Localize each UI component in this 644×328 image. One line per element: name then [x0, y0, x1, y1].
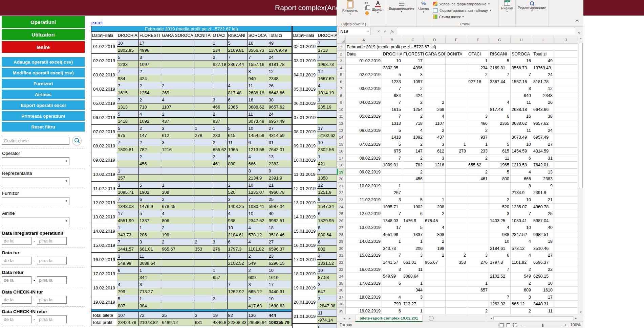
row-header-30[interactable]: 30	[337, 245, 346, 252]
sidebar-item-operatiuni[interactable]: Operatiuni	[2, 16, 85, 28]
excel-cell[interactable]	[446, 204, 467, 211]
column-header-F[interactable]: F	[467, 36, 489, 44]
excel-cell[interactable]: 7	[382, 210, 402, 217]
excel-cell[interactable]	[554, 231, 578, 238]
horizontal-scrollbar[interactable]: ◄ ►	[489, 316, 578, 321]
row-header-23[interactable]: 23	[337, 196, 346, 204]
excel-cell[interactable]: 461	[467, 175, 489, 183]
excel-cell[interactable]	[346, 92, 382, 99]
date-to-input-data-tur[interactable]	[37, 257, 67, 264]
excel-cell[interactable]: 2134.9	[511, 189, 532, 196]
excel-cell[interactable]	[446, 162, 467, 169]
excel-cell[interactable]	[446, 155, 467, 162]
row-header-20[interactable]: 20	[337, 175, 346, 183]
excel-cell[interactable]: 11	[511, 99, 532, 106]
column-header-A[interactable]: A	[346, 36, 382, 44]
excel-cell[interactable]: 466	[467, 120, 489, 127]
excel-cell[interactable]: SOROCA	[511, 51, 532, 58]
excel-cell[interactable]: 2169.81	[489, 65, 511, 72]
excel-cell[interactable]	[554, 148, 578, 155]
excel-cell[interactable]: 800	[489, 175, 511, 183]
excel-cell[interactable]	[554, 238, 578, 245]
excel-cell[interactable]	[467, 106, 489, 113]
excel-cell[interactable]: 13.02.2019	[346, 224, 382, 231]
excel-cell[interactable]: 3088.64	[402, 273, 424, 280]
excel-cell[interactable]: 2	[402, 169, 424, 176]
excel-cell[interactable]	[446, 134, 467, 141]
excel-cell[interactable]: 2	[467, 308, 489, 315]
excel-cell[interactable]: 198	[424, 245, 446, 252]
cell-styles-button[interactable]: Стили ячеек ▾	[431, 14, 498, 20]
excel-cell[interactable]	[554, 155, 578, 162]
excel-cell[interactable]: 817.48	[489, 106, 511, 113]
excel-cell[interactable]: 2688.18	[511, 106, 532, 113]
sidebar-button-printeaza-operatiuni[interactable]: Printeaza operatiuni	[2, 111, 85, 121]
excel-cell[interactable]: 3	[402, 294, 424, 301]
excel-cell[interactable]: 1403.25	[489, 217, 511, 225]
excel-cell[interactable]: 678.45	[424, 217, 446, 225]
excel-cell[interactable]	[446, 99, 467, 106]
excel-cell[interactable]: 23	[532, 266, 554, 273]
excel-cell[interactable]	[554, 259, 578, 266]
row-header-25[interactable]: 25	[337, 210, 346, 217]
row-header-34[interactable]: 34	[337, 273, 346, 280]
vertical-scrollbar[interactable]: ▲ ▼	[578, 36, 583, 315]
excel-cell[interactable]: 940	[511, 92, 532, 99]
row-header-5[interactable]: 5	[337, 71, 346, 78]
excel-cell[interactable]: 3510.46	[532, 245, 554, 252]
excel-cell[interactable]: 278	[446, 148, 467, 155]
excel-cell[interactable]: 4	[382, 294, 402, 301]
excel-cell[interactable]: 808	[424, 231, 446, 238]
excel-cell[interactable]	[424, 85, 446, 92]
excel-cell[interactable]: 3	[511, 85, 532, 92]
excel-cell[interactable]	[489, 127, 511, 134]
excel-cell[interactable]	[467, 245, 489, 252]
excel-cell[interactable]: 2	[467, 127, 489, 134]
excel-cell[interactable]: 1797.3	[489, 259, 511, 266]
row-header-8[interactable]: 8	[337, 92, 346, 99]
column-header-E[interactable]: E	[446, 36, 467, 44]
excel-cell[interactable]	[424, 183, 446, 190]
excel-cell[interactable]: 1454.59	[511, 148, 532, 155]
cancel-icon[interactable]: ×	[375, 29, 382, 34]
excel-cell[interactable]	[446, 287, 467, 294]
excel-cell[interactable]: 2383	[532, 175, 554, 183]
excel-cell[interactable]	[446, 175, 467, 183]
date-from-input-data-inregistrarii-operatiunii[interactable]	[2, 237, 31, 245]
sidebar-button-airlines[interactable]: Airlines	[2, 90, 85, 99]
excel-cell[interactable]: 3	[382, 196, 402, 204]
excel-cell[interactable]: 5	[402, 224, 424, 231]
excel-cell[interactable]	[446, 120, 467, 127]
sidebar-item-utilizatori[interactable]: Utilizatori	[2, 29, 85, 40]
excel-cell[interactable]	[489, 134, 511, 141]
dialog-launcher-icon[interactable]	[365, 23, 368, 26]
excel-cell[interactable]: 665.12	[511, 301, 532, 308]
excel-cell[interactable]: 1262.92	[489, 301, 511, 308]
excel-cell[interactable]: 1	[467, 280, 489, 287]
excel-cell[interactable]: 4	[511, 169, 532, 176]
excel-cell[interactable]: 233	[467, 148, 489, 155]
excel-cell[interactable]: 3	[467, 113, 489, 120]
excel-cell[interactable]	[424, 57, 446, 65]
excel-cell[interactable]: 12.02.2019	[346, 210, 382, 217]
excel-cell[interactable]: 6	[382, 308, 402, 315]
excel-cell[interactable]: 24	[532, 71, 554, 78]
search-button[interactable]	[72, 136, 82, 145]
row-header-12[interactable]: 12	[337, 120, 346, 127]
excel-cell[interactable]: 1615	[382, 106, 402, 113]
excel-cell[interactable]	[446, 169, 467, 176]
row-header-28[interactable]: 28	[337, 231, 346, 238]
column-header-B[interactable]: B	[382, 36, 402, 44]
excel-cell[interactable]: 10	[489, 238, 511, 245]
excel-cell[interactable]: 1610	[532, 287, 554, 294]
excel-cell[interactable]: OTACI	[467, 51, 489, 58]
excel-cell[interactable]: 2	[402, 141, 424, 148]
excel-cell[interactable]	[424, 287, 446, 294]
excel-cell[interactable]: 2802.95	[382, 65, 402, 72]
enter-icon[interactable]: ✓	[382, 29, 389, 34]
scroll-right-icon[interactable]: ►	[574, 316, 578, 321]
view-break-icon[interactable]	[512, 323, 518, 328]
format-painter-icon[interactable]	[365, 11, 369, 16]
row-header-15[interactable]: 15	[337, 141, 346, 148]
column-header-G[interactable]: G	[489, 36, 511, 44]
